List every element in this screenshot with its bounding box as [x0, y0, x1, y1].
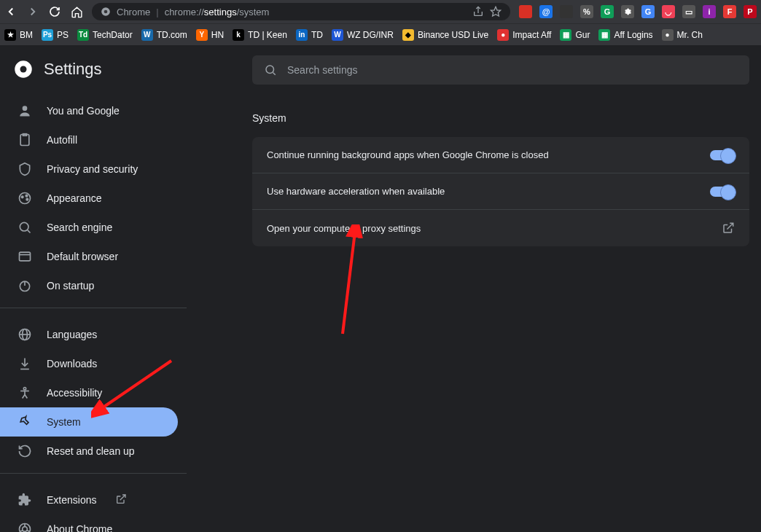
sidebar-item-reset-and-clean-up[interactable]: Reset and clean up — [0, 437, 178, 466]
favicon: W — [141, 29, 153, 41]
bookmark-item[interactable]: ●Mr. Ch — [662, 29, 703, 41]
sidebar-item-downloads[interactable]: Downloads — [0, 349, 178, 378]
row-proxy-settings[interactable]: Open your computer's proxy settings — [252, 210, 749, 246]
sidebar-item-label: Accessibility — [47, 387, 102, 399]
svg-point-6 — [23, 106, 28, 111]
sidebar-item-extensions[interactable]: Extensions — [0, 485, 178, 515]
sidebar-item-label: Autofill — [47, 134, 77, 146]
svg-point-22 — [23, 388, 26, 390]
you-and-google-icon — [17, 103, 32, 118]
extensions-icon — [17, 493, 32, 507]
toggle-hardware-accel[interactable] — [710, 187, 735, 197]
bookmark-item[interactable]: ★BM — [4, 29, 33, 41]
about-chrome-icon — [17, 522, 32, 532]
bookmark-label: Impact Aff — [512, 30, 551, 40]
bookmark-item[interactable]: WTD.com — [141, 29, 187, 41]
svg-point-13 — [20, 222, 28, 231]
extension-icon[interactable] — [560, 5, 573, 18]
sidebar-item-languages[interactable]: Languages — [0, 320, 178, 349]
forward-button[interactable] — [26, 5, 39, 18]
search-settings[interactable] — [252, 55, 749, 85]
sidebar-item-system[interactable]: System — [0, 407, 178, 437]
bookmark-star-icon[interactable] — [490, 6, 502, 17]
extension-icon[interactable]: ✽ — [621, 5, 634, 18]
sidebar-item-appearance[interactable]: Appearance — [0, 184, 178, 213]
extension-icon[interactable]: @ — [539, 5, 553, 18]
favicon: ★ — [4, 29, 16, 41]
url-prefix: Chrome — [117, 7, 150, 17]
sidebar-item-label: Reset and clean up — [47, 445, 135, 457]
extension-icon[interactable]: ▭ — [682, 5, 695, 18]
svg-marker-2 — [491, 7, 500, 16]
extension-icon[interactable]: P — [744, 5, 757, 18]
home-button[interactable] — [70, 5, 83, 18]
extension-icon[interactable]: F — [723, 5, 736, 18]
url-tail: /system — [237, 7, 270, 17]
extension-icon[interactable]: ◡ — [662, 5, 675, 18]
reload-button[interactable] — [48, 5, 61, 18]
sidebar-item-label: Privacy and security — [47, 163, 138, 175]
svg-rect-15 — [20, 252, 31, 261]
chrome-icon — [101, 7, 111, 17]
sidebar-item-privacy-and-security[interactable]: Privacy and security — [0, 154, 178, 184]
svg-point-29 — [266, 66, 274, 74]
row-hardware-accel[interactable]: Use hardware acceleration when available — [252, 173, 749, 210]
extension-icon[interactable]: % — [580, 5, 593, 18]
appearance-icon — [17, 191, 32, 206]
bookmark-item[interactable]: inTD — [296, 29, 323, 41]
downloads-icon — [17, 356, 32, 371]
bookmark-label: PS — [57, 30, 69, 40]
bookmark-label: TD.com — [157, 30, 187, 40]
row-background-apps[interactable]: Continue running background apps when Go… — [252, 137, 749, 173]
toggle-background-apps[interactable] — [710, 150, 735, 160]
bookmarks-bar: ★BMPsPSTdTechDatorWTD.comYHNkTD | Keenin… — [0, 23, 761, 45]
bookmark-item[interactable]: ▦Aff Logins — [598, 29, 652, 41]
bookmark-label: TD | Keen — [248, 30, 287, 40]
chrome-logo-icon — [15, 60, 32, 78]
extension-icon[interactable]: G — [641, 5, 655, 18]
favicon: ◆ — [402, 29, 414, 41]
svg-point-10 — [21, 196, 23, 198]
bookmark-item[interactable]: kTD | Keen — [233, 29, 287, 41]
favicon: ▦ — [598, 29, 610, 41]
svg-point-11 — [26, 195, 28, 197]
sidebar-item-label: Extensions — [47, 494, 96, 506]
bookmark-item[interactable]: TdTechDator — [77, 29, 133, 41]
back-button[interactable] — [4, 5, 17, 18]
bookmark-label: Gur — [575, 30, 590, 40]
favicon: Ps — [42, 29, 53, 41]
search-input[interactable] — [287, 64, 738, 76]
url-bold: settings — [204, 7, 237, 17]
sidebar-item-about-chrome[interactable]: About Chrome — [0, 515, 178, 532]
sidebar-item-default-browser[interactable]: Default browser — [0, 242, 178, 271]
settings-sidebar: Settings You and GoogleAutofillPrivacy a… — [0, 45, 187, 532]
bookmark-item[interactable]: WWZ DG/INR — [332, 29, 394, 41]
on-startup-icon — [17, 278, 32, 293]
extension-icon[interactable]: G — [601, 5, 614, 18]
browser-toolbar: Chrome | chrome://settings/system @%G✽G◡… — [0, 0, 761, 23]
system-settings-card: Continue running background apps when Go… — [252, 137, 749, 246]
sidebar-item-on-startup[interactable]: On startup — [0, 271, 178, 300]
favicon: in — [296, 29, 308, 41]
bookmark-label: TechDator — [93, 30, 133, 40]
system-icon — [17, 415, 32, 429]
section-title: System — [252, 112, 749, 124]
search-engine-icon — [17, 220, 32, 235]
sidebar-item-you-and-google[interactable]: You and Google — [0, 96, 178, 125]
sidebar-item-autofill[interactable]: Autofill — [0, 125, 178, 154]
accessibility-icon — [17, 386, 32, 400]
sidebar-item-search-engine[interactable]: Search engine — [0, 213, 178, 242]
sidebar-item-accessibility[interactable]: Accessibility — [0, 378, 178, 407]
row-label: Open your computer's proxy settings — [267, 223, 421, 234]
languages-icon — [17, 327, 32, 342]
bookmark-item[interactable]: ▦Gur — [560, 29, 590, 41]
extension-icon[interactable] — [519, 5, 532, 18]
extension-icon[interactable]: i — [703, 5, 716, 18]
bookmark-item[interactable]: PsPS — [42, 29, 69, 41]
share-icon[interactable] — [472, 6, 484, 17]
bookmark-item[interactable]: YHN — [196, 29, 224, 41]
address-bar[interactable]: Chrome | chrome://settings/system — [92, 3, 510, 20]
bookmark-item[interactable]: ◆Binance USD Live — [402, 29, 488, 41]
bookmark-item[interactable]: ●Impact Aff — [497, 29, 551, 41]
svg-line-27 — [20, 531, 23, 532]
